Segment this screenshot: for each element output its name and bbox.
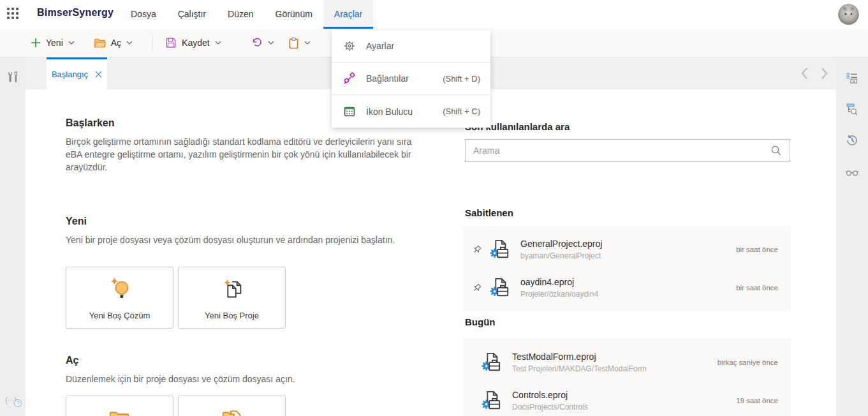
recent-item[interactable]: GeneralProject.eproj byaman/GeneralProje…: [463, 230, 791, 269]
chevron-down-icon: [215, 41, 221, 45]
open-button-label: Aç: [111, 38, 121, 48]
recent-item[interactable]: oaydin4.eproj Projeler/özkan/oaydin4 bir…: [463, 269, 791, 307]
recent-item-time: bir saat önce: [736, 284, 778, 292]
open-project-card[interactable]: [178, 396, 286, 416]
top-bar: BimserSynergy Dosya Çalıştır Düzen Görün…: [0, 0, 868, 29]
recent-item-time: birkaç saniye önce: [717, 359, 778, 366]
menu-item-baglantilar[interactable]: Bağlantılar (Shift + D): [332, 63, 490, 95]
section-title-baslarken: Başlarken: [66, 117, 115, 129]
save-button[interactable]: Kaydet: [165, 37, 221, 48]
chevron-down-icon: [68, 41, 75, 45]
folder-document-icon: [219, 405, 246, 416]
recent-item-path: Test Projeleri/MAKDAG/TestModalForm: [512, 364, 717, 373]
recent-search-box: [465, 139, 790, 162]
recent-item-name: Controls.eproj: [512, 390, 736, 400]
properties-panel-icon[interactable]: [845, 71, 859, 85]
menu-item-label: Bağlantılar: [366, 73, 443, 84]
undo-button[interactable]: [251, 37, 274, 48]
project-file-icon: [489, 277, 511, 299]
menu-item-label: Ayarlar: [366, 41, 480, 51]
recent-item[interactable]: TestModalForm.eproj Test Projeleri/MAKDA…: [463, 343, 791, 382]
menu-bar: Dosya Çalıştır Düzen Görünüm Araçlar: [120, 0, 373, 29]
left-sidebar: {···}?: [0, 57, 26, 416]
plus-icon: [31, 38, 41, 48]
right-sidebar: [836, 57, 868, 416]
card-label: Yeni Boş Proje: [179, 311, 285, 320]
open-button[interactable]: Aç: [94, 38, 133, 48]
pinned-list: GeneralProject.eproj byaman/GeneralProje…: [463, 227, 791, 311]
menu-duzen[interactable]: Düzen: [217, 0, 264, 29]
section-body-yeni: Yeni bir proje dosyası veya çözüm dosyas…: [66, 234, 410, 246]
nav-forward-icon[interactable]: [821, 67, 828, 80]
project-file-icon: [489, 239, 511, 260]
recent-item-name: TestModalForm.eproj: [512, 352, 717, 362]
app-title: BimserSynergy: [37, 7, 114, 19]
icon-finder-icon: [343, 105, 356, 118]
connections-icon: [343, 72, 356, 85]
recent-item-path: DocsProjects/Controls: [512, 403, 736, 412]
project-file-icon: [480, 390, 503, 412]
recent-item-path: byaman/GeneralProject: [520, 251, 736, 260]
search-input[interactable]: [466, 145, 770, 156]
nav-back-icon[interactable]: [800, 67, 808, 80]
new-button[interactable]: Yeni: [31, 38, 75, 48]
tools-icon[interactable]: [6, 70, 20, 84]
tab-close-icon[interactable]: [95, 71, 102, 78]
project-file-icon: [480, 352, 503, 373]
watch-glasses-icon[interactable]: [845, 165, 859, 179]
menu-araclar[interactable]: Araçlar: [323, 0, 373, 29]
search-icon[interactable]: [770, 145, 782, 156]
menu-item-label: İkon Bulucu: [366, 107, 443, 117]
menu-dosya[interactable]: Dosya: [120, 0, 167, 29]
open-solution-card[interactable]: [66, 396, 173, 416]
section-body-ac: Düzenlemek için bir proje dosyası ve çöz…: [66, 373, 410, 385]
search-explorer-icon[interactable]: [845, 102, 859, 116]
toolbar-divider: [152, 35, 152, 50]
open-folder-icon: [107, 405, 133, 416]
tab-baslangic[interactable]: Başlangıç: [47, 57, 107, 89]
pin-icon[interactable]: [472, 245, 489, 255]
menu-item-ikon-bulucu[interactable]: İkon Bulucu (Shift + C): [332, 95, 490, 128]
recent-item-path: Projeler/özkan/oaydin4: [520, 290, 736, 299]
section-title-sabitlenen: Sabitlenen: [465, 207, 513, 218]
section-title-yeni: Yeni: [66, 216, 87, 227]
save-button-label: Kaydet: [182, 38, 210, 48]
menu-item-ayarlar[interactable]: Ayarlar: [332, 30, 490, 63]
menu-item-shortcut: (Shift + C): [443, 107, 480, 116]
new-button-label: Yeni: [46, 38, 63, 48]
undo-icon: [251, 37, 263, 48]
save-icon: [165, 37, 177, 48]
chevron-down-icon: [304, 41, 311, 45]
menu-gorunum[interactable]: Görünüm: [265, 0, 323, 29]
menu-calistir[interactable]: Çalıştır: [167, 0, 217, 29]
pin-icon[interactable]: [472, 283, 489, 293]
recent-item-name: oaydin4.eproj: [520, 277, 736, 287]
chevron-down-icon: [126, 41, 133, 45]
new-empty-project-card[interactable]: Yeni Boş Proje: [178, 267, 286, 329]
gear-icon: [343, 40, 356, 52]
section-body-baslarken: Birçok geliştirme ortamının sağladığı st…: [66, 135, 423, 174]
section-title-bugun: Bugün: [465, 316, 495, 327]
code-help-icon[interactable]: {···}?: [5, 396, 22, 407]
history-icon[interactable]: [845, 133, 859, 147]
recent-item[interactable]: Controls.eproj DocsProjects/Controls 19 …: [463, 382, 791, 416]
tab-label: Başlangıç: [52, 70, 88, 79]
recent-item-time: 19 saat önce: [736, 397, 778, 405]
app-launcher-icon[interactable]: [7, 8, 21, 22]
menu-item-shortcut: (Shift + D): [443, 74, 480, 84]
new-document-icon: [219, 276, 246, 306]
today-list: TestModalForm.eproj Test Projeleri/MAKDA…: [463, 338, 791, 416]
card-label: Yeni Boş Çözüm: [66, 311, 173, 320]
folder-icon: [94, 38, 106, 48]
user-avatar[interactable]: [838, 4, 859, 25]
tools-dropdown-menu: Ayarlar Bağlantılar (Shift + D) İkon B: [332, 30, 490, 128]
lightbulb-icon: [107, 276, 133, 306]
recent-item-name: GeneralProject.eproj: [520, 239, 736, 249]
chevron-down-icon: [268, 41, 274, 45]
paste-button[interactable]: [288, 37, 311, 49]
new-empty-solution-card[interactable]: Yeni Boş Çözüm: [66, 267, 173, 329]
clipboard-icon: [288, 37, 299, 49]
recent-item-time: bir saat önce: [736, 246, 778, 253]
section-title-ac: Aç: [66, 355, 78, 366]
